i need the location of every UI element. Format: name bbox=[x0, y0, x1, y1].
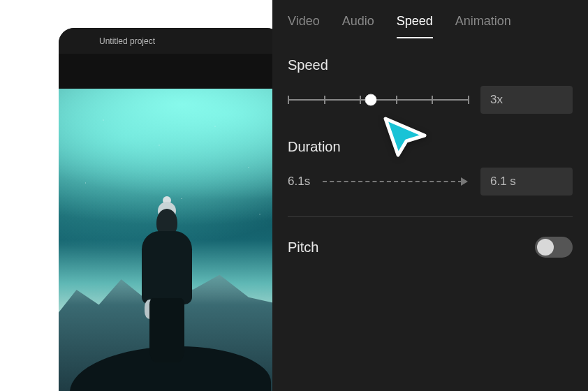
tab-animation[interactable]: Animation bbox=[455, 8, 511, 38]
person-silhouette bbox=[139, 209, 195, 362]
pitch-toggle[interactable] bbox=[535, 237, 573, 258]
slider-tick bbox=[432, 96, 433, 104]
speed-label: Speed bbox=[288, 57, 573, 73]
preview-toolbar bbox=[59, 54, 282, 89]
properties-panel: Video Audio Speed Animation Speed 3x Dur… bbox=[272, 0, 588, 391]
slider-tick bbox=[360, 96, 361, 104]
toggle-thumb bbox=[537, 239, 554, 256]
slider-tick bbox=[324, 96, 325, 104]
slider-track bbox=[288, 99, 468, 101]
preview-window: Untitled project bbox=[59, 28, 282, 391]
slider-thumb[interactable] bbox=[365, 94, 376, 106]
duration-label: Duration bbox=[288, 139, 573, 155]
tab-audio[interactable]: Audio bbox=[342, 8, 374, 38]
panel-tabs: Video Audio Speed Animation bbox=[272, 0, 588, 39]
duration-section: Duration 6.1s 6.1 s bbox=[272, 114, 588, 196]
pitch-section: Pitch bbox=[272, 217, 588, 258]
speed-value-input[interactable]: 3x bbox=[480, 86, 573, 114]
slider-tick bbox=[468, 96, 469, 104]
speed-slider[interactable] bbox=[288, 91, 468, 108]
duration-arrow-icon bbox=[323, 181, 468, 182]
tab-video[interactable]: Video bbox=[288, 8, 320, 38]
tab-speed[interactable]: Speed bbox=[397, 8, 433, 38]
duration-to: 6.1 s bbox=[490, 175, 516, 189]
preview-titlebar: Untitled project bbox=[59, 28, 282, 54]
preview-canvas[interactable] bbox=[59, 89, 282, 391]
slider-tick bbox=[396, 96, 397, 104]
duration-from: 6.1s bbox=[288, 175, 310, 189]
pitch-label: Pitch bbox=[288, 239, 318, 256]
project-title: Untitled project bbox=[99, 36, 155, 46]
speed-section: Speed 3x bbox=[272, 39, 588, 114]
speed-value: 3x bbox=[490, 93, 503, 107]
duration-value-input[interactable]: 6.1 s bbox=[480, 168, 573, 196]
slider-tick bbox=[288, 96, 289, 104]
